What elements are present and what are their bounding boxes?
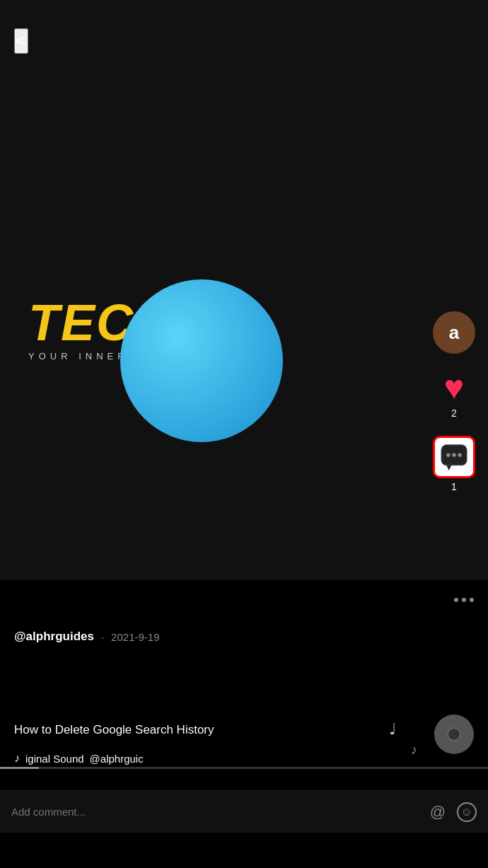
svg-point-3 [458,453,461,457]
user-info: @alphrguides · 2021-9-19 [14,630,160,644]
blue-circle-overlay [120,279,283,442]
comment-area: @ ☺ [0,790,488,833]
username[interactable]: @alphrguides [14,630,94,644]
comment-icons: @ ☺ [430,802,477,822]
more-options-button[interactable] [454,598,474,602]
right-actions: a ♥ 2 1 [433,311,475,492]
post-date: 2021-9-19 [111,631,159,643]
svg-marker-4 [446,465,451,470]
like-button[interactable]: ♥ 2 [444,371,465,419]
heart-icon: ♥ [444,371,465,405]
date-separator: · [101,631,104,643]
music-artist: @alphrguic [90,753,144,765]
emoji-button[interactable]: ☺ [457,802,477,822]
dot-2 [462,598,466,602]
bottom-safe-area [0,833,488,868]
video-area[interactable]: TEC KIE YOUR INNER GEEK [0,0,488,580]
music-note-float-1: ♩ [389,720,396,739]
comment-button[interactable]: 1 [433,436,475,492]
dot-1 [454,598,458,602]
svg-point-1 [446,453,450,457]
back-button[interactable]: < [14,28,28,54]
comment-count: 1 [451,481,457,492]
music-disc[interactable] [434,714,474,754]
music-note-float-2: ♪ [411,743,417,758]
dot-3 [470,598,474,602]
like-count: 2 [451,407,457,419]
logo-tech: TEC [28,297,134,348]
comment-bubble-svg [440,444,468,470]
progress-bar[interactable] [0,767,488,769]
progress-bar-fill [0,767,39,769]
music-info: ♪ iginal Sound @alphrguic [14,752,144,765]
at-icon[interactable]: @ [430,803,446,821]
music-text: iginal Sound [25,753,84,765]
avatar[interactable]: a [433,311,475,354]
svg-point-2 [452,453,455,457]
comment-icon-wrap [433,436,475,478]
video-title: How to Delete Google Search History [14,722,389,739]
music-note-icon: ♪ [14,752,20,765]
disc-inner [447,727,461,741]
comment-input[interactable] [11,806,419,818]
